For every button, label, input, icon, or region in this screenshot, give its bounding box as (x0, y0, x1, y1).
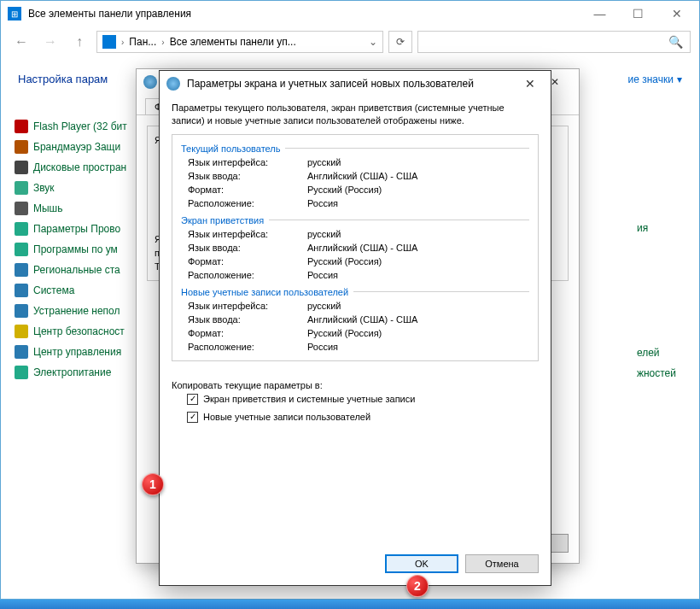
settings-row: Формат:Русский (Россия) (181, 326, 529, 340)
cancel-button[interactable]: Отмена (465, 554, 539, 573)
breadcrumb-segment[interactable]: Пан... (129, 36, 156, 48)
item-label: Брандмауэр Защи (33, 141, 120, 153)
address-dropdown-icon[interactable]: ⌄ (369, 36, 377, 48)
item-label: Параметры Прово (33, 223, 120, 235)
settings-key: Язык ввода: (188, 314, 307, 325)
settings-value: русский (307, 229, 341, 239)
control-panel-item[interactable]: Мышь (15, 198, 155, 219)
settings-row: Язык интерфейса:русский (181, 155, 529, 169)
settings-value: русский (307, 157, 341, 167)
page-title: Настройка парам (18, 73, 108, 85)
item-label: Мышь (33, 202, 63, 214)
welcome-screen-settings-dialog: Параметры экрана и учетных записей новых… (159, 70, 551, 586)
settings-row: Расположение:Россия (181, 268, 529, 282)
item-icon (15, 120, 28, 133)
dropdown-icon: ▾ (677, 73, 682, 85)
item-label: Звук (33, 182, 55, 194)
settings-key: Расположение: (188, 198, 307, 208)
settings-value: Русский (Россия) (307, 328, 382, 338)
control-panel-item[interactable]: Устранение непол (15, 301, 155, 321)
checkbox-label: Экран приветствия и системные учетные за… (203, 394, 415, 404)
settings-row: Язык ввода:Английский (США) - США (181, 313, 529, 326)
up-button[interactable]: ↑ (67, 30, 91, 54)
settings-value: Россия (307, 342, 338, 352)
close-button[interactable]: ✕ (657, 2, 696, 26)
item-icon (15, 222, 28, 236)
item-label: Дисковые простран (33, 161, 126, 173)
control-panel-item[interactable]: Система (15, 280, 155, 301)
address-row: ← → ↑ › Пан... › Все элементы панели уп.… (1, 26, 699, 57)
dialog-close-button[interactable]: ✕ (513, 72, 547, 96)
checkbox-row-newusers[interactable]: ✓ Новые учетные записи пользователей (172, 408, 539, 426)
item-icon (15, 161, 28, 174)
item-label: Электропитание (33, 366, 111, 378)
control-panel-item[interactable]: Брандмауэр Защи (15, 137, 155, 157)
globe-icon (143, 75, 157, 89)
location-icon (102, 35, 116, 49)
control-panel-item[interactable]: Электропитание (15, 362, 155, 383)
settings-value: Английский (США) - США (307, 243, 417, 253)
refresh-button[interactable]: ⟳ (388, 31, 412, 53)
checkbox-icon[interactable]: ✓ (187, 394, 198, 405)
forward-button[interactable]: → (38, 30, 62, 54)
settings-value: русский (307, 301, 341, 311)
control-panel-item[interactable]: Региональные ста (15, 260, 155, 280)
settings-key: Язык интерфейса: (188, 229, 307, 239)
chevron-icon[interactable]: › (121, 38, 124, 47)
settings-key: Язык ввода: (188, 171, 307, 181)
group-title: Текущий пользователь (181, 138, 529, 155)
settings-row: Расположение:Россия (181, 340, 529, 354)
control-panel-item[interactable]: Программы по ум (15, 239, 155, 260)
settings-value: Русский (Россия) (307, 256, 382, 266)
settings-row: Язык ввода:Английский (США) - США (181, 169, 529, 183)
dialog-footer: OK Отмена (160, 542, 551, 585)
back-button[interactable]: ← (9, 30, 33, 54)
settings-row: Расположение:Россия (181, 196, 529, 210)
settings-key: Формат: (188, 184, 307, 195)
search-input[interactable]: 🔍 (417, 31, 691, 53)
item-label: Центр управления (33, 346, 121, 358)
control-panel-item[interactable]: Flash Player (32 бит (15, 116, 155, 137)
checkbox-label: Новые учетные записи пользователей (203, 412, 370, 422)
group-title: Новые учетные записи пользователей (181, 282, 529, 299)
control-panel-item[interactable]: Центр управления (15, 342, 155, 362)
control-panel-items: Flash Player (32 битБрандмауэр ЗащиДиско… (1, 91, 155, 383)
settings-row: Язык интерфейса:русский (181, 227, 529, 241)
item-icon (15, 325, 28, 338)
obscured-links: ия елей жностей (637, 141, 676, 384)
checkbox-icon[interactable]: ✓ (187, 412, 198, 423)
app-icon (8, 7, 21, 20)
settings-row: Язык интерфейса:русский (181, 299, 529, 313)
maximize-button[interactable]: ☐ (619, 2, 657, 26)
settings-row: Язык ввода:Английский (США) - США (181, 241, 529, 255)
address-bar[interactable]: › Пан... › Все элементы панели уп... ⌄ (96, 31, 383, 53)
control-panel-item[interactable]: Параметры Прово (15, 219, 155, 239)
chevron-icon[interactable]: › (161, 38, 164, 47)
settings-key: Язык интерфейса: (188, 157, 307, 167)
item-label: Устранение непол (33, 305, 120, 317)
group-title: Экран приветствия (181, 210, 529, 227)
settings-key: Язык ввода: (188, 243, 307, 253)
window-title: Все элементы панели управления (28, 8, 580, 20)
minimize-button[interactable]: — (580, 2, 619, 26)
view-mode-link[interactable]: ие значки▾ (628, 73, 682, 85)
item-icon (15, 243, 28, 256)
item-icon (15, 140, 28, 154)
item-label: Центр безопасност (33, 325, 125, 337)
item-label: Flash Player (32 бит (33, 120, 127, 132)
settings-row: Формат:Русский (Россия) (181, 183, 529, 196)
checkbox-row-welcome[interactable]: ✓ Экран приветствия и системные учетные … (172, 390, 539, 408)
settings-key: Формат: (188, 328, 307, 338)
settings-key: Формат: (188, 256, 307, 266)
settings-row: Формат:Русский (Россия) (181, 255, 529, 268)
item-label: Программы по ум (33, 243, 118, 255)
taskbar (0, 600, 700, 609)
item-icon (15, 284, 28, 297)
item-icon (15, 263, 28, 277)
control-panel-item[interactable]: Центр безопасност (15, 321, 155, 342)
control-panel-item[interactable]: Звук (15, 178, 155, 198)
ok-button[interactable]: OK (385, 554, 458, 573)
control-panel-item[interactable]: Дисковые простран (15, 157, 155, 178)
breadcrumb-segment[interactable]: Все элементы панели уп... (170, 36, 296, 48)
copy-settings-label: Копировать текущие параметры в: (172, 380, 539, 390)
